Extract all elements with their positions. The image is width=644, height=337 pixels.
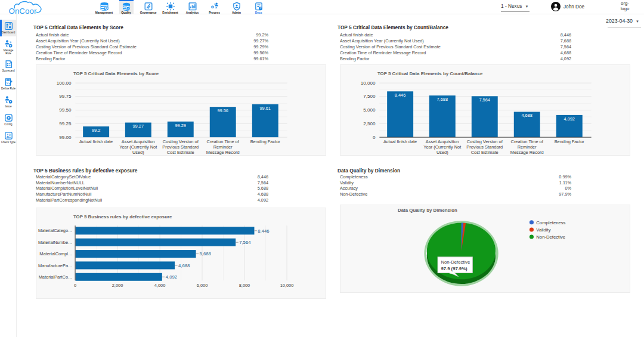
svg-text:7,688: 7,688 — [437, 97, 448, 102]
svg-text:Creation Time of: Creation Time of — [207, 139, 240, 144]
svg-text:TOP 5 Critical Data Elements b: TOP 5 Critical Data Elements by Score — [73, 71, 159, 76]
svg-text:Reminder: Reminder — [518, 144, 537, 150]
svg-text:99.2: 99.2 — [92, 128, 100, 133]
svg-text:?: ? — [259, 7, 261, 10]
svg-text:0: 0 — [74, 283, 76, 288]
svg-text:Abc: Abc — [6, 135, 11, 138]
svg-text:8,446: 8,446 — [258, 228, 269, 234]
svg-text:Year (Currently Not: Year (Currently Not — [423, 144, 461, 150]
svg-text:TOP 5 Business rules by defect: TOP 5 Business rules by defective exposu… — [73, 214, 172, 219]
svg-text:0: 0 — [373, 135, 376, 140]
svg-text:2,000: 2,000 — [112, 283, 123, 288]
svg-text:99.75: 99.75 — [59, 94, 72, 99]
svg-text:5,000: 5,000 — [363, 107, 376, 113]
svg-text:Cost Estimate: Cost Estimate — [167, 150, 194, 155]
svg-text:7,564: 7,564 — [239, 240, 251, 245]
svg-text:Data Quality by Dimension: Data Quality by Dimension — [398, 208, 457, 213]
svg-text:MaterialCatego…: MaterialCatego… — [38, 228, 73, 233]
svg-text:Asset Acquisition: Asset Acquisition — [122, 139, 155, 144]
svg-text:Non-Defective: Non-Defective — [441, 259, 470, 265]
svg-text:4,688: 4,688 — [521, 113, 532, 118]
svg-text:8,446: 8,446 — [395, 92, 406, 98]
svg-text:7,564: 7,564 — [479, 97, 490, 103]
svg-text:Creation Time of: Creation Time of — [511, 139, 544, 144]
svg-text:Cost Estimate: Cost Estimate — [471, 150, 499, 155]
svg-text:Actual finish date: Actual finish date — [79, 139, 113, 144]
svg-text:Validity: Validity — [536, 227, 550, 233]
svg-text:99.56: 99.56 — [217, 108, 228, 113]
svg-text:Costing Version of: Costing Version of — [467, 139, 503, 144]
svg-text:97.9 (97.9%): 97.9 (97.9%) — [441, 266, 467, 271]
svg-text:10,000: 10,000 — [280, 283, 294, 288]
svg-text:100.00: 100.00 — [57, 81, 72, 86]
svg-text:4,092: 4,092 — [166, 274, 177, 280]
svg-text:TOP 5 Critical Data Elements b: TOP 5 Critical Data Elements by Count/Ba… — [377, 71, 483, 76]
svg-text:MaterialNumbe…: MaterialNumbe… — [38, 240, 73, 245]
svg-text:Asset Acquisition: Asset Acquisition — [426, 139, 459, 144]
svg-text:Costing Version of: Costing Version of — [163, 139, 199, 144]
svg-text:Used): Used) — [436, 150, 448, 155]
svg-text:8,000: 8,000 — [239, 283, 250, 288]
svg-text:4,688: 4,688 — [178, 263, 190, 268]
svg-text:Bending Factor: Bending Factor — [250, 139, 281, 144]
svg-text:99.00: 99.00 — [59, 135, 72, 140]
svg-text:4,092: 4,092 — [564, 116, 575, 122]
svg-text:Year (Currently Not: Year (Currently Not — [119, 144, 157, 150]
svg-text:4,000: 4,000 — [154, 283, 166, 288]
svg-text:Actual finish date: Actual finish date — [383, 139, 417, 144]
svg-text:6,000: 6,000 — [197, 283, 208, 288]
svg-text:Message Record: Message Record — [510, 150, 544, 155]
svg-text:99.27: 99.27 — [133, 123, 144, 129]
svg-text:7,500: 7,500 — [363, 94, 376, 99]
svg-text:ManufacturePa…: ManufacturePa… — [38, 263, 73, 268]
svg-text:Reminder: Reminder — [213, 144, 233, 150]
svg-text:99.50: 99.50 — [59, 107, 72, 113]
svg-text:99.29: 99.29 — [175, 123, 185, 128]
svg-text:10,000: 10,000 — [361, 81, 376, 86]
svg-text:99.25: 99.25 — [59, 121, 72, 126]
svg-text:2,500: 2,500 — [363, 121, 376, 126]
svg-text:Message Record: Message Record — [206, 150, 240, 155]
svg-text:Completeness: Completeness — [536, 220, 565, 225]
svg-text:Previous Standard: Previous Standard — [162, 144, 199, 150]
svg-text:Previous Standard: Previous Standard — [466, 144, 503, 150]
svg-text:MaterialPartCo…: MaterialPartCo… — [39, 274, 73, 280]
svg-text:Used): Used) — [132, 150, 144, 155]
svg-text:Non-Defective: Non-Defective — [536, 234, 565, 240]
svg-text:5,688: 5,688 — [200, 251, 211, 256]
svg-text:MaterialCompl…: MaterialCompl… — [39, 251, 72, 256]
svg-text:99.61: 99.61 — [259, 106, 271, 111]
svg-text:Bending Factor: Bending Factor — [555, 139, 585, 144]
